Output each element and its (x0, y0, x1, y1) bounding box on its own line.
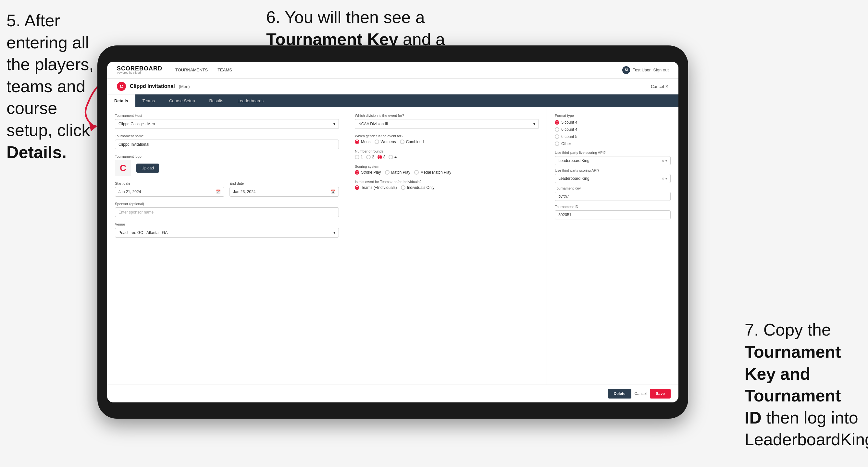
tournament-id-label: Tournament ID (555, 205, 671, 209)
round-4[interactable]: 4 (389, 155, 397, 159)
venue-label: Venue (115, 222, 339, 226)
radio-round2-icon (366, 155, 371, 159)
scoring-radio-group: Stroke Play Match Play Medal Match Play (355, 170, 539, 175)
gender-mens[interactable]: Mens (355, 139, 370, 144)
end-date-field: End date Jan 23, 2024 📅 (229, 181, 339, 197)
radio-5count4-icon (555, 120, 559, 125)
gender-radio-group: Mens Womens Combined (355, 139, 539, 144)
select-icons1: ✕ ▾ (661, 159, 667, 163)
select-icons2: ✕ ▾ (661, 177, 667, 181)
start-date-label: Start date (115, 181, 224, 185)
sign-out-link[interactable]: Sign out (653, 67, 669, 72)
tournament-name: Clippd Invitational (130, 84, 175, 89)
radio-other-icon (555, 142, 559, 146)
format-type-label: Format type (555, 114, 671, 118)
chevron-down-icon: ▾ (665, 159, 667, 163)
scoring-medal-match[interactable]: Medal Match Play (414, 170, 451, 175)
tab-teams[interactable]: Teams (135, 94, 162, 107)
logo-title: SCOREBOARD (117, 66, 162, 71)
tournament-host-field: Tournament Host Clippd College - Men ▾ (115, 114, 339, 129)
radio-medal-icon (414, 170, 419, 175)
gender-womens[interactable]: Womens (375, 139, 396, 144)
chevron-down-icon: ▾ (333, 122, 335, 126)
tab-results[interactable]: Results (202, 94, 230, 107)
teams-plus-individuals[interactable]: Teams (+Individuals) (355, 185, 397, 190)
tournament-host-label: Tournament Host (115, 114, 339, 118)
tab-course-setup[interactable]: Course Setup (162, 94, 202, 107)
chevron-down-icon: ▾ (665, 177, 667, 181)
radio-match-icon (385, 170, 390, 175)
radio-round3-icon (377, 155, 382, 159)
scoring-label: Scoring system (355, 164, 539, 168)
tab-leaderboards[interactable]: Leaderboards (230, 94, 271, 107)
radio-6count5-icon (555, 134, 559, 139)
middle-column: Which division is the event for? NCAA Di… (347, 107, 547, 384)
round-1[interactable]: 1 (355, 155, 363, 159)
logo-upload-row: C Upload (115, 160, 339, 176)
tournament-host-select[interactable]: Clippd College - Men ▾ (115, 119, 339, 129)
third-party-select1[interactable]: Leaderboard King ✕ ▾ (555, 156, 671, 165)
calendar-icon: 📅 (331, 189, 335, 194)
clear-icon: ✕ (661, 159, 664, 163)
radio-round1-icon (355, 155, 359, 159)
teams-field: Is this event for Teams and/or Individua… (355, 180, 539, 190)
gender-combined[interactable]: Combined (400, 139, 424, 144)
nav-tournaments[interactable]: TOURNAMENTS (175, 67, 208, 72)
individuals-only[interactable]: Individuals Only (401, 185, 435, 190)
start-date-input[interactable]: Jan 21, 2024 📅 (115, 187, 224, 197)
sponsor-field: Sponsor (optional) Enter sponsor name (115, 202, 339, 217)
svg-marker-0 (89, 123, 97, 131)
scoring-stroke-play[interactable]: Stroke Play (355, 170, 381, 175)
format-5count4[interactable]: 5 count 4 (555, 120, 671, 125)
tournament-gender: (Men) (179, 84, 190, 89)
logo-subtitle: Powered by clippd (117, 71, 162, 74)
tournament-name-label: Tournament name (115, 134, 339, 138)
user-avatar: SI (622, 66, 630, 74)
tournament-name-field: Tournament name Clippd Invitational (115, 134, 339, 149)
left-column: Tournament Host Clippd College - Men ▾ T… (107, 107, 347, 384)
clear-icon: ✕ (661, 177, 664, 181)
tab-details[interactable]: Details (107, 94, 135, 107)
radio-stroke-icon (355, 170, 359, 175)
venue-field: Venue Peachtree GC - Atlanta - GA ▾ (115, 222, 339, 238)
venue-select[interactable]: Peachtree GC - Atlanta - GA ▾ (115, 228, 339, 238)
upload-button[interactable]: Upload (136, 163, 159, 173)
footer-bar: Delete Cancel Save (107, 384, 678, 402)
delete-button[interactable]: Delete (608, 389, 631, 399)
tournament-id-value: 302051 (555, 210, 671, 219)
scoring-match-play[interactable]: Match Play (385, 170, 410, 175)
nav-user-area: SI Test User Sign out (622, 66, 669, 74)
user-name: Test User (633, 67, 651, 72)
format-6count4[interactable]: 6 count 4 (555, 127, 671, 132)
division-select[interactable]: NCAA Division III ▾ (355, 119, 539, 129)
round-2[interactable]: 2 (366, 155, 374, 159)
tabs-bar: Details Teams Course Setup Results Leade… (107, 94, 678, 107)
format-6count5[interactable]: 6 count 5 (555, 134, 671, 139)
top-nav: SCOREBOARD Powered by clippd TOURNAMENTS… (107, 62, 678, 79)
format-other[interactable]: Other (555, 142, 671, 146)
division-field: Which division is the event for? NCAA Di… (355, 114, 539, 129)
gender-field: Which gender is the event for? Mens Wome… (355, 134, 539, 144)
sub-header: C Clippd Invitational (Men) Cancel ✕ (107, 79, 678, 94)
round-3[interactable]: 3 (377, 155, 385, 159)
nav-teams[interactable]: TEAMS (217, 67, 232, 72)
third-party-label1: Use third-party live scoring API? (555, 151, 671, 154)
gender-label: Which gender is the event for? (355, 134, 539, 138)
sponsor-input[interactable]: Enter sponsor name (115, 207, 339, 217)
radio-combined-icon (400, 139, 404, 144)
teams-label: Is this event for Teams and/or Individua… (355, 180, 539, 184)
tournament-key-value: bvfth7 (555, 192, 671, 201)
start-date-field: Start date Jan 21, 2024 📅 (115, 181, 224, 197)
tournament-title-row: C Clippd Invitational (Men) (117, 82, 190, 91)
third-party-select2[interactable]: Leaderboard King ✕ ▾ (555, 174, 671, 183)
end-date-input[interactable]: Jan 23, 2024 📅 (229, 187, 339, 197)
tablet-screen: SCOREBOARD Powered by clippd TOURNAMENTS… (107, 62, 678, 402)
tournament-name-input[interactable]: Clippd Invitational (115, 139, 339, 149)
rounds-label: Number of rounds (355, 149, 539, 153)
cancel-footer-button[interactable]: Cancel (634, 392, 647, 396)
cancel-button[interactable]: Cancel ✕ (651, 84, 669, 89)
chevron-down-icon: ▾ (333, 230, 335, 235)
logo-area: SCOREBOARD Powered by clippd (117, 66, 162, 74)
save-button[interactable]: Save (650, 389, 671, 399)
sponsor-label: Sponsor (optional) (115, 202, 339, 206)
